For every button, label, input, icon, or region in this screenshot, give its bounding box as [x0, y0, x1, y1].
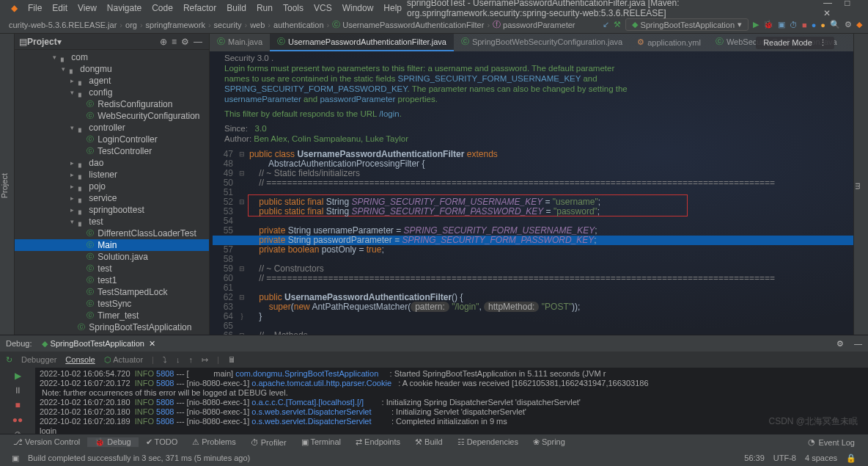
menu-build[interactable]: Build	[221, 3, 251, 13]
crumb-sec[interactable]: security	[211, 21, 245, 29]
coverage-icon[interactable]: ▣	[778, 20, 785, 29]
crumb-field[interactable]: ⓕ passwordParameter	[490, 19, 578, 30]
bottom-build[interactable]: ⚒ Build	[408, 437, 450, 447]
debug-target[interactable]: ◆ SpringBootTestApplication ✕	[42, 339, 155, 349]
menu-view[interactable]: View	[73, 3, 102, 13]
tree-item-dao[interactable]: ▸▖ dao	[15, 157, 209, 169]
menu-run[interactable]: Run	[251, 3, 278, 13]
project-crosshair-icon[interactable]: ⊕	[158, 37, 169, 47]
tree-item-springboottest[interactable]: ▸▖ springboottest	[15, 204, 209, 216]
bottom-version-control[interactable]: ⎇ Version Control	[6, 437, 87, 447]
code-area[interactable]: 4748495051525354555657585960616263646566…	[213, 150, 853, 335]
dbg-stop-icon[interactable]: ■	[15, 400, 20, 410]
run-config-select[interactable]: ◆SpringBootTestApplication ▾	[625, 18, 749, 31]
tree-item-logincontroller[interactable]: ⓒ LoginController	[15, 134, 209, 145]
tree-item-controller[interactable]: ▾▖ controller	[15, 122, 209, 134]
menu-refactor[interactable]: Refactor	[178, 3, 221, 13]
tab-console[interactable]: Console	[65, 355, 95, 364]
tree-item-timer_test[interactable]: ⓒ Timer_test	[15, 310, 209, 321]
search-icon[interactable]: 🔍	[830, 20, 840, 29]
tree-item-testcontroller[interactable]: ⓒ TestController	[15, 145, 209, 157]
lock-icon[interactable]: 🔒	[842, 454, 861, 463]
tool-project[interactable]: Project	[0, 173, 9, 198]
nav-hammer-icon[interactable]: ⚒	[614, 20, 621, 29]
tree-item-springboottestapplication[interactable]: ⓒ SpringBootTestApplication	[15, 321, 209, 333]
bottom-todo[interactable]: ✔ TODO	[139, 437, 185, 447]
debug-hide-icon[interactable]: —	[854, 339, 862, 348]
debug-icon[interactable]: 🐞	[763, 20, 773, 29]
tab-debugger[interactable]: Debugger	[21, 355, 56, 364]
tree-item-dongmu[interactable]: ▾▖ dongmu	[15, 63, 209, 75]
tree-item-teststampedlock[interactable]: ⓒ TestStampedLock	[15, 286, 209, 298]
event-log[interactable]: ◔ Event Log	[801, 437, 862, 447]
project-expand-icon[interactable]: ≡	[169, 37, 179, 47]
debug-rerun-icon[interactable]: ↻	[6, 355, 12, 365]
eval-icon[interactable]: 🖩	[228, 355, 236, 364]
crumb-class[interactable]: ⓒ UsernamePasswordAuthenticationFilter	[329, 19, 487, 30]
tree-item-test[interactable]: ⓒ test	[15, 263, 209, 274]
ide-icon[interactable]: ◆	[856, 20, 862, 29]
menu-edit[interactable]: Edit	[47, 3, 73, 13]
tree-item-pojo[interactable]: ▸▖ pojo	[15, 181, 209, 192]
tree-item-differentclassloadertest[interactable]: ⓒ DifferentClassLoaderTest	[15, 227, 209, 239]
step-out-icon[interactable]: ↑	[188, 355, 193, 364]
menu-navigate[interactable]: Navigate	[102, 3, 147, 13]
indent[interactable]: 4 spaces	[801, 454, 842, 462]
project-gear-icon[interactable]: ⚙	[179, 37, 191, 47]
tree-item-resources[interactable]: ▾▖ resources	[15, 333, 209, 335]
pause-icon[interactable]: ⏸	[13, 385, 22, 396]
tree-item-solution.java[interactable]: ⓒ Solution.java	[15, 251, 209, 263]
debug-gear-icon[interactable]: ⚙	[836, 339, 844, 349]
bottom-endpoints[interactable]: ⇄ Endpoints	[348, 437, 408, 447]
step-into-icon[interactable]: ↓	[176, 355, 180, 364]
stop-icon[interactable]: ■	[802, 21, 807, 29]
close-icon[interactable]: ✕	[818, 8, 836, 18]
bottom-dependencies[interactable]: ☷ Dependencies	[450, 437, 526, 447]
tree-item-config[interactable]: ▾▖ config	[15, 87, 209, 98]
run-to-icon[interactable]: ↦	[202, 355, 208, 365]
console-output[interactable]: 2022-10-02 16:06:54.720 INFO 5808 --- [ …	[35, 368, 868, 434]
tree-item-listener[interactable]: ▸▖ listener	[15, 169, 209, 181]
crumb-sf[interactable]: springframework	[143, 21, 208, 29]
tree-item-service[interactable]: ▸▖ service	[15, 192, 209, 204]
tree-item-com[interactable]: ▾▖ com	[15, 51, 209, 63]
tree-item-websecurityconfiguration[interactable]: ⓒ WebSecurityConfiguration	[15, 110, 209, 122]
view-bp-icon[interactable]: ●●	[12, 415, 23, 425]
resume-icon[interactable]: ▶	[15, 371, 21, 381]
bottom-problems[interactable]: ⚠ Problems	[185, 437, 243, 447]
bottom-terminal[interactable]: ▣ Terminal	[294, 437, 348, 447]
tree-item-test[interactable]: ▾▖ test	[15, 216, 209, 227]
crumb-org[interactable]: org	[122, 21, 140, 29]
tree-item-agent[interactable]: ▸▖ agent	[15, 75, 209, 87]
minimize-icon[interactable]: —	[818, 0, 837, 8]
tree-item-testsync[interactable]: ⓒ testSync	[15, 298, 209, 310]
menu-file[interactable]: File	[23, 3, 47, 13]
menu-code[interactable]: Code	[147, 3, 178, 13]
crumb-jar[interactable]: curity-web-5.3.6.RELEASE.jar	[6, 21, 119, 29]
avatar-icon[interactable]: ●	[820, 21, 825, 29]
bottom-profiler[interactable]: ⏱ Profiler	[243, 438, 294, 447]
mute-bp-icon[interactable]: ⊘	[14, 429, 21, 434]
project-hide-icon[interactable]: —	[191, 37, 205, 47]
tab-actuator[interactable]: ⬡ Actuator	[104, 355, 143, 365]
settings-icon[interactable]: ⚙	[845, 20, 852, 29]
menu-tools[interactable]: Tools	[278, 3, 309, 13]
nav-back-icon[interactable]: ↙	[603, 20, 609, 29]
git-update-icon[interactable]: ●	[812, 21, 817, 29]
maximize-icon[interactable]: □	[839, 0, 855, 8]
crumb-auth[interactable]: authentication	[271, 21, 327, 29]
run-icon[interactable]: ▶	[753, 20, 759, 29]
encoding[interactable]: UTF-8	[769, 454, 801, 462]
editor-tab[interactable]: ⚙ application.yml	[630, 34, 708, 51]
tree-item-redisconfiguration[interactable]: ⓒ RedisConfiguration	[15, 98, 209, 110]
step-over-icon[interactable]: ⤵	[163, 355, 167, 364]
editor-tab[interactable]: ⓒ Main.java	[210, 34, 270, 51]
crumb-web[interactable]: web	[247, 21, 268, 29]
menu-help[interactable]: Help	[378, 3, 407, 13]
editor-tab[interactable]: ⓒ SpringBootWebSecurityConfiguration.jav…	[454, 34, 630, 51]
reader-mode-badge[interactable]: Reader Mode ⋮	[756, 37, 834, 49]
menu-vcs[interactable]: VCS	[309, 3, 337, 13]
bottom-debug[interactable]: 🐞 Debug	[87, 437, 138, 447]
caret-pos[interactable]: 56:39	[740, 454, 769, 462]
editor-tab[interactable]: ⓒ UsernamePasswordAuthenticationFilter.j…	[270, 34, 454, 51]
